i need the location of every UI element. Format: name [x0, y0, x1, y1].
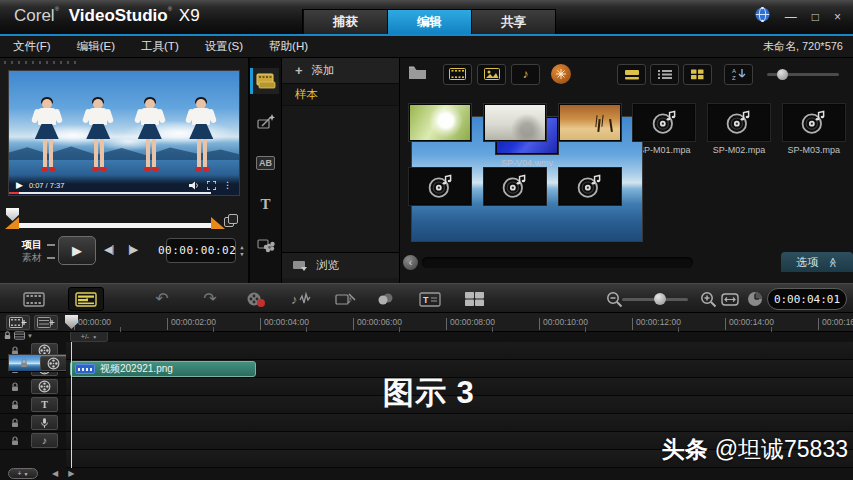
sort-button[interactable]: AZ — [724, 64, 753, 85]
browse-row[interactable]: 浏览 — [282, 252, 399, 278]
menu-item[interactable]: 工具(T) — [128, 39, 192, 54]
zoom-slider-knob[interactable] — [654, 293, 666, 305]
project-mode-label[interactable]: 项目 — [22, 239, 55, 252]
track-manager-button[interactable] — [456, 287, 492, 311]
library-item[interactable]: SP-M03.mpa — [776, 104, 851, 155]
close-button[interactable]: × — [834, 11, 841, 23]
thumbnail-size-slider[interactable] — [767, 73, 839, 76]
transport-controls: 项目 素材 ▶ ◀| |▶ 00:00:00:02 ▲▼ — [0, 236, 248, 276]
previous-frame-button[interactable]: ◀| — [104, 243, 113, 256]
maximize-button[interactable]: □ — [812, 11, 819, 23]
watermark-handle: @坦诚75833 — [715, 436, 848, 462]
timecode-spinner[interactable]: ▲▼ — [240, 244, 244, 256]
titlebar-tab[interactable]: 编辑 — [387, 10, 471, 34]
minimize-button[interactable]: — — [785, 11, 797, 23]
sound-mixer-button[interactable]: ♪ — [284, 287, 320, 311]
track-lock-icon[interactable] — [0, 382, 30, 392]
options-button[interactable]: 选项 ≫ — [781, 252, 853, 272]
menu-item[interactable]: 编辑(E) — [64, 39, 128, 54]
ripple-edit-button[interactable] — [368, 287, 404, 311]
timeline-zoom-slider[interactable] — [622, 298, 688, 301]
track-lock-icon[interactable] — [0, 418, 30, 428]
enlarge-preview-icon[interactable] — [224, 214, 238, 228]
nav-graphics[interactable] — [252, 232, 279, 258]
record-capture-button[interactable] — [238, 287, 274, 311]
filter-audio-button[interactable]: ♪ — [511, 64, 540, 85]
timeline-ruler[interactable]: 00:00:0000:00:02:0000:00:04:0000:00:06:0… — [66, 313, 853, 332]
play-button[interactable]: ▶ — [58, 236, 96, 265]
titlebar-tab[interactable]: 共享 — [471, 10, 555, 34]
auto-music-button[interactable]: ♪ — [328, 287, 364, 311]
svg-text:A: A — [732, 68, 736, 74]
preview-timecode[interactable]: 00:00:00:02 ▲▼ — [166, 238, 236, 263]
nav-title[interactable]: T — [252, 191, 279, 217]
library-thumbnail[interactable] — [708, 104, 770, 141]
library-thumbnail[interactable] — [409, 104, 471, 141]
player-progress-bar[interactable] — [9, 192, 211, 194]
scroll-left-button[interactable]: ‹ — [403, 255, 418, 270]
preview-video[interactable]: ▶ 0:07 / 7:37 ⋮ — [8, 70, 240, 196]
fit-project-button[interactable] — [716, 287, 744, 311]
subtitle-editor-button[interactable]: T — [412, 287, 448, 311]
track-lock-icon[interactable] — [0, 436, 30, 446]
view-gallery-button[interactable] — [617, 64, 646, 85]
timeline-lane[interactable] — [66, 342, 853, 360]
scroll-left-arrow[interactable]: ◀ — [52, 469, 58, 478]
library-thumbnail[interactable] — [783, 104, 845, 141]
swap-track-button[interactable]: +▼ — [8, 468, 38, 479]
library-thumbnail[interactable] — [559, 168, 621, 205]
undo-button[interactable]: ↶ — [144, 287, 180, 311]
library-thumbnail[interactable] — [559, 104, 621, 141]
track-type-button[interactable]: T ♪ — [31, 433, 58, 448]
player-menu-icon[interactable]: ⋮ — [223, 180, 232, 190]
library-thumbnail[interactable] — [633, 104, 695, 141]
library-thumbnail[interactable] — [409, 168, 471, 205]
redo-button[interactable]: ↷ — [192, 287, 228, 311]
track-board-icon[interactable] — [34, 315, 58, 330]
view-list-button[interactable] — [650, 64, 679, 85]
player-play-icon[interactable]: ▶ — [16, 180, 23, 190]
import-folder-icon[interactable] — [408, 65, 427, 84]
storyboard-view-button[interactable] — [16, 287, 52, 311]
nav-instant-project[interactable] — [252, 109, 279, 135]
track-type-button[interactable]: T ♪ — [40, 356, 67, 371]
menu-item[interactable]: 文件(F) — [0, 39, 64, 54]
nav-transition[interactable]: AB — [252, 150, 279, 176]
library-item[interactable]: SP-M02.mpa — [702, 104, 777, 155]
track-type-button[interactable]: T ♪ — [31, 397, 58, 412]
project-duration-icon[interactable] — [742, 287, 768, 311]
timeline-clip[interactable]: 视频202921.png — [70, 361, 256, 377]
trim-end-handle[interactable] — [211, 217, 225, 229]
timeline-view-button[interactable] — [68, 287, 104, 311]
media-360-icon[interactable] — [551, 64, 571, 84]
track-type-button[interactable]: T ♪ — [31, 379, 58, 394]
menu-item[interactable]: 帮助(H) — [256, 39, 321, 54]
track-master-toggle[interactable]: ▼ — [3, 331, 33, 340]
library-thumbnail[interactable] — [484, 168, 546, 205]
view-thumbnail-button[interactable] — [683, 64, 712, 85]
nav-media-library[interactable] — [252, 68, 279, 94]
track-lock-icon[interactable] — [0, 400, 30, 410]
titlebar-tab[interactable]: 捕获 — [303, 10, 387, 34]
track-type-button[interactable]: T ♪ — [31, 415, 58, 430]
clip-mode-label[interactable]: 素材 — [22, 252, 55, 265]
globe-icon[interactable] — [755, 7, 770, 26]
filter-video-button[interactable] — [443, 64, 472, 85]
track-filmstrip-icon[interactable] — [6, 315, 30, 330]
menu-item[interactable]: 设置(S) — [192, 39, 256, 54]
playhead-line[interactable] — [71, 342, 72, 468]
trim-bar[interactable] — [14, 223, 214, 228]
slider-knob[interactable] — [777, 69, 788, 80]
horizontal-scrollbar[interactable] — [422, 257, 693, 268]
timeline-timecode[interactable]: 0:00:04:01 — [767, 288, 847, 310]
scroll-right-arrow[interactable]: ▶ — [68, 469, 74, 478]
track-lock-icon[interactable] — [9, 358, 39, 368]
sample-folder-item[interactable]: 样本 — [282, 84, 399, 106]
library-thumbnail[interactable] — [484, 104, 546, 141]
next-frame-button[interactable]: |▶ — [128, 243, 137, 256]
watermark-brand: 头条 — [662, 436, 708, 462]
timeline-lane[interactable] — [66, 414, 853, 432]
filter-photo-button[interactable] — [477, 64, 506, 85]
add-folder-row[interactable]: + 添加 — [282, 58, 399, 84]
ruler-unit-button[interactable]: +/- ▼ — [70, 332, 108, 342]
